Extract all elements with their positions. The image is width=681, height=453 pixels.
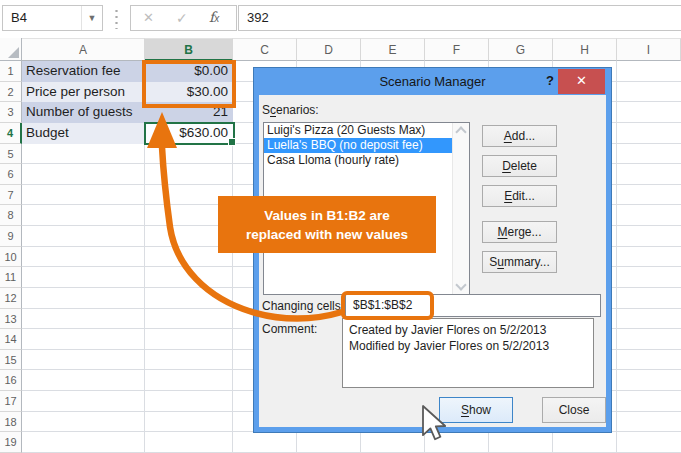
scenario-item[interactable]: Casa Lloma (hourly rate) <box>264 153 469 168</box>
row-header-15[interactable]: 15 <box>0 350 22 371</box>
row-header-8[interactable]: 8 <box>0 205 22 226</box>
show-button[interactable]: Show <box>439 397 513 423</box>
formula-input[interactable]: 392 <box>238 5 681 31</box>
delete-button[interactable]: Delete <box>482 155 557 177</box>
row-header-1[interactable]: 1 <box>0 61 22 82</box>
row-header-6[interactable]: 6 <box>0 164 22 185</box>
insert-function-icon[interactable]: fx <box>209 9 219 25</box>
row-header-19[interactable]: 19 <box>0 432 22 453</box>
row-header-3[interactable]: 3 <box>0 102 22 123</box>
column-header-D[interactable]: D <box>297 38 361 61</box>
column-header-B[interactable]: B <box>145 38 233 61</box>
comment-label: Comment: <box>262 322 317 336</box>
column-header-H[interactable]: H <box>553 38 617 61</box>
dialog-titlebar[interactable]: Scenario Manager ? ✕ <box>254 68 611 95</box>
edit-button[interactable]: Edit... <box>482 185 557 207</box>
add-button[interactable]: Add... <box>482 125 557 147</box>
row-header-17[interactable]: 17 <box>0 391 22 412</box>
row-header-4[interactable]: 4 <box>0 123 22 144</box>
sheet-cell-label[interactable]: Budget <box>22 123 145 144</box>
cancel-entry-icon[interactable]: ✕ <box>143 10 154 25</box>
row-header-5[interactable]: 5 <box>0 144 22 165</box>
column-header-A[interactable]: A <box>22 38 145 61</box>
fill-handle[interactable] <box>228 138 236 146</box>
row-header-18[interactable]: 18 <box>0 412 22 433</box>
row-header-14[interactable]: 14 <box>0 329 22 350</box>
highlight-box-changing-cells <box>341 291 434 320</box>
scenario-item[interactable]: Luella's BBQ (no deposit fee) <box>264 138 469 153</box>
name-box-value: B4 <box>11 10 27 25</box>
callout-line2: replaced with new values <box>218 225 436 244</box>
row-header-12[interactable]: 12 <box>0 288 22 309</box>
sheet-cell-label[interactable]: Price per person <box>22 82 145 103</box>
row-header-13[interactable]: 13 <box>0 309 22 330</box>
comment-line: Modified by Javier Flores on 5/2/2013 <box>349 338 587 354</box>
scroll-up-icon[interactable] <box>455 126 466 137</box>
row-header-7[interactable]: 7 <box>0 185 22 206</box>
column-header-C[interactable]: C <box>233 38 297 61</box>
sheet-cell-label[interactable]: Reservation fee <box>22 61 145 82</box>
scenario-list-scrollbar[interactable] <box>452 123 469 294</box>
row-header-11[interactable]: 11 <box>0 267 22 288</box>
summary-button[interactable]: Summary... <box>482 251 557 273</box>
scenario-item[interactable]: Luigi's Pizza (20 Guests Max) <box>264 123 469 138</box>
changing-cells-label: Changing cells: <box>262 299 344 313</box>
row-header-2[interactable]: 2 <box>0 82 22 103</box>
select-all-triangle-icon <box>8 47 19 58</box>
callout-bubble: Values in B1:B2 are replaced with new va… <box>218 196 436 253</box>
comment-box[interactable]: Created by Javier Flores on 5/2/2013Modi… <box>342 318 594 388</box>
formula-bar-grip-icon <box>115 8 118 29</box>
excel-window: B4 ▼ ✕ ✓ fx 392 ABCDEFGHI123456789101112… <box>0 0 681 453</box>
scroll-down-icon[interactable] <box>455 279 466 290</box>
merge-button[interactable]: Merge... <box>482 221 557 243</box>
dialog-close-button[interactable]: ✕ <box>558 69 605 94</box>
sheet-cell-label[interactable]: Number of guests <box>22 102 145 123</box>
comment-line: Created by Javier Flores on 5/2/2013 <box>349 322 587 338</box>
name-box[interactable]: B4 ▼ <box>2 5 103 31</box>
row-header-16[interactable]: 16 <box>0 370 22 391</box>
formula-value: 392 <box>247 10 269 25</box>
row-header-10[interactable]: 10 <box>0 247 22 268</box>
dialog-body: Scenarios: Luigi's Pizza (20 Guests Max)… <box>259 95 606 427</box>
column-header-G[interactable]: G <box>489 38 553 61</box>
callout-line1: Values in B1:B2 are <box>218 206 436 225</box>
column-header-I[interactable]: I <box>617 38 681 61</box>
confirm-entry-icon[interactable]: ✓ <box>176 10 188 26</box>
highlight-box-b1-b2 <box>142 60 236 108</box>
gridline <box>616 61 617 453</box>
formula-bar-region: B4 ▼ ✕ ✓ fx 392 <box>0 0 681 38</box>
row-header-9[interactable]: 9 <box>0 226 22 247</box>
active-cell-border <box>144 122 235 145</box>
select-all-corner[interactable] <box>0 38 22 61</box>
column-header-F[interactable]: F <box>425 38 489 61</box>
column-header-E[interactable]: E <box>361 38 425 61</box>
help-button[interactable]: ? <box>542 73 558 88</box>
scenarios-label: Scenarios: <box>262 103 319 117</box>
close-button[interactable]: Close <box>542 397 606 423</box>
name-box-dropdown-icon[interactable]: ▼ <box>81 6 102 30</box>
formula-buttons: ✕ ✓ fx <box>130 5 237 31</box>
